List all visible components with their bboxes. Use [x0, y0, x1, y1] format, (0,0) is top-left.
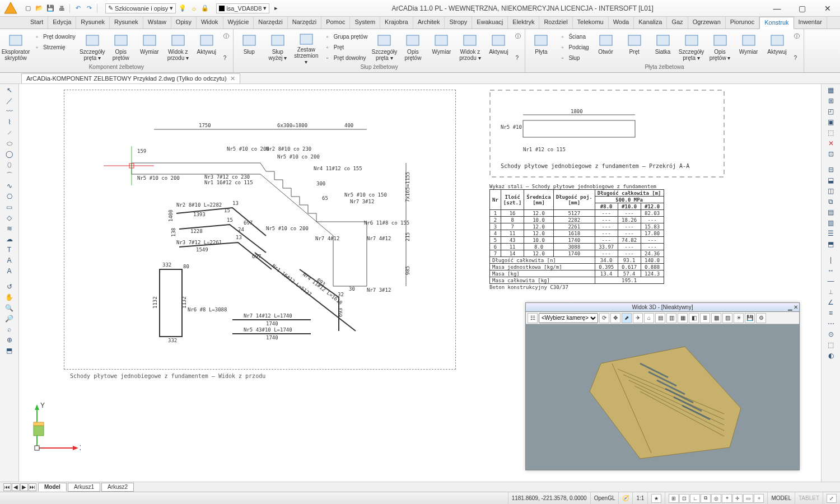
redo-icon[interactable]: ↷ — [85, 4, 94, 13]
left-tool-21[interactable]: 🔍 — [4, 303, 15, 313]
left-tool-12[interactable]: ◇ — [4, 213, 15, 223]
snap-btn-6[interactable]: ⌖ — [722, 494, 732, 503]
left-tool-7[interactable]: ⬯ — [4, 160, 15, 170]
view3d-opts-icon[interactable]: ⚙ — [756, 313, 766, 323]
left-tool-22[interactable]: 🔎 — [4, 314, 15, 324]
left-tool-8[interactable]: ⌒ — [4, 170, 15, 180]
view3d-min-icon[interactable]: ▁ — [788, 303, 792, 312]
right-tool-3[interactable]: ▣ — [826, 117, 836, 127]
ribbon-bigbtn[interactable]: Szczegółypręta ▾ — [678, 31, 705, 64]
left-tool-19[interactable]: ↺ — [4, 282, 15, 292]
right-tool-17[interactable]: | — [826, 255, 836, 265]
ribbon-tab-wyjście[interactable]: Wyjście — [223, 17, 254, 29]
ribbon-bigbtn[interactable]: Widok zprzodu ▾ — [456, 31, 483, 64]
right-tool-11[interactable]: ⧉ — [826, 197, 836, 207]
snap-btn-4[interactable]: ⧉ — [701, 494, 711, 503]
view3d-side-icon[interactable]: ▦ — [678, 313, 688, 323]
lock-icon[interactable]: 🔒 — [200, 4, 209, 13]
left-tool-2[interactable]: 〰 — [4, 106, 15, 116]
sheet-tab-arkusz1[interactable]: Arkusz1 — [68, 483, 100, 492]
snap-btn-7[interactable]: ✛ — [732, 494, 743, 503]
ribbon-tab-ogrzewanie[interactable]: Ogrzewan — [688, 17, 726, 29]
group-info-icon[interactable]: ⓘ — [514, 31, 522, 41]
right-tool-2[interactable]: ◰ — [826, 106, 836, 116]
left-tool-3[interactable]: ⌇ — [4, 117, 15, 127]
ribbon-bigbtn[interactable]: Siatka — [650, 31, 676, 64]
view3d-top-icon[interactable]: ▤ — [655, 313, 665, 323]
undo-icon[interactable]: ↶ — [73, 4, 82, 13]
ribbon-bigbtn[interactable]: Opisprętów — [399, 31, 426, 64]
ribbon-smallbtn[interactable]: ▫Strzemię — [31, 42, 77, 52]
view3d-pan-icon[interactable]: ✥ — [610, 313, 620, 323]
right-tool-25[interactable]: ⬚ — [826, 340, 836, 350]
ribbon-tab-konstrukcje[interactable]: Konstruk — [759, 17, 794, 29]
bulb-icon[interactable]: 💡 — [178, 4, 187, 13]
group-info-icon[interactable]: ⓘ — [222, 31, 231, 41]
ribbon-tab-wstaw[interactable]: Wstaw — [143, 17, 171, 29]
ribbon-tab-rozdzielnice[interactable]: Rozdziel — [539, 17, 572, 29]
minimize-button[interactable]: — — [764, 0, 790, 17]
ribbon-smallbtn[interactable]: ▫Ściana — [556, 31, 590, 41]
right-tool-18[interactable]: ↔ — [826, 265, 836, 276]
ribbon-tab-system[interactable]: System — [350, 17, 380, 29]
left-tool-13[interactable]: ≋ — [4, 223, 15, 234]
left-tool-1[interactable]: ／ — [4, 96, 15, 106]
ribbon-tab-start[interactable]: Start — [26, 17, 48, 29]
right-tool-21[interactable]: ∠ — [826, 297, 836, 307]
open-icon[interactable]: 📂 — [35, 4, 44, 13]
play-icon[interactable]: ▸ — [272, 4, 281, 13]
left-tool-5[interactable]: ⬭ — [4, 138, 15, 148]
snap-btn-9[interactable]: + — [754, 494, 764, 503]
right-tool-6[interactable]: ⊡ — [826, 149, 836, 159]
ribbon-tab-rysunek[interactable]: Rysunek — [76, 17, 110, 29]
ribbon-tab-inwentaryzacja[interactable]: Inwentar — [794, 17, 827, 29]
left-tool-17[interactable]: A — [4, 266, 15, 276]
group-help-icon[interactable]: ? — [514, 53, 522, 63]
left-tool-0[interactable]: ↖ — [4, 85, 15, 95]
left-tool-23[interactable]: ⌕ — [4, 324, 15, 334]
status-star-icon[interactable]: ★ — [651, 494, 661, 503]
ribbon-tab-narzędzia[interactable]: Narzędzi — [288, 17, 321, 29]
ribbon-tab-elektryka[interactable]: Elektryk — [508, 17, 539, 29]
view3d-iso-icon[interactable]: ◧ — [689, 313, 699, 323]
view3d-save-icon[interactable]: 💾 — [745, 313, 755, 323]
right-tool-0[interactable]: ▦ — [826, 85, 836, 95]
ribbon-bigbtn[interactable]: Szczegółypręta ▾ — [79, 31, 106, 64]
ribbon-tab-architekt[interactable]: Architek — [413, 17, 445, 29]
view3d-camera-select[interactable]: <Wybierz kamerę> — [539, 313, 598, 323]
ribbon-bigbtn[interactable]: Płyta — [528, 31, 554, 64]
ribbon-bigbtn[interactable]: Aktywuj — [193, 31, 220, 64]
right-tool-4[interactable]: ⬚ — [826, 128, 836, 138]
sheet-nav-first[interactable]: ⏮ — [3, 483, 11, 491]
right-tool-10[interactable]: ◫ — [826, 186, 836, 196]
right-tool-24[interactable]: ⊙ — [826, 329, 836, 339]
ribbon-bigbtn[interactable]: Wymiar — [428, 31, 455, 64]
right-tool-23[interactable]: ⋯ — [826, 319, 836, 329]
snap-btn-8[interactable]: ▭ — [743, 494, 753, 503]
ribbon-bigbtn[interactable]: Eksploratorskryptów — [2, 31, 29, 64]
save-icon[interactable]: 💾 — [46, 4, 55, 13]
right-tool-8[interactable]: ⊟ — [826, 165, 836, 175]
style-combo[interactable]: ✎ Szkicowanie i opisy ▾ — [105, 3, 176, 13]
view3d-walk-icon[interactable]: ⬈ — [622, 313, 632, 323]
snap-btn-1[interactable]: ⊞ — [669, 494, 679, 503]
close-tab-icon[interactable]: ✕ — [230, 75, 235, 82]
ribbon-tab-telekomunikacja[interactable]: Telekomu — [573, 17, 609, 29]
right-tool-9[interactable]: ⬓ — [826, 175, 836, 185]
left-tool-20[interactable]: ✋ — [4, 292, 15, 302]
ribbon-tab-kanalizacja[interactable]: Kanaliza — [634, 17, 667, 29]
ribbon-smallbtn[interactable]: ▫Słup — [556, 53, 590, 63]
ribbon-bigbtn[interactable]: Opisprętów — [108, 31, 134, 64]
left-tool-25[interactable]: ⬒ — [4, 346, 15, 356]
view3d-canvas[interactable] — [526, 324, 799, 470]
right-tool-26[interactable]: ◐ — [826, 351, 836, 361]
right-tool-19[interactable]: — — [826, 276, 836, 286]
view3d-render2-icon[interactable]: ▨ — [722, 313, 732, 323]
snap-btn-3[interactable]: ∟ — [690, 494, 700, 503]
right-tool-12[interactable]: ▤ — [826, 207, 836, 217]
status-compass-icon[interactable]: 🧭 — [618, 492, 632, 504]
layer-combo[interactable]: isa_VDA8D8 ▾ — [216, 3, 269, 13]
status-scale[interactable]: 1:1 — [632, 492, 647, 504]
ribbon-bigbtn[interactable]: Otwór — [592, 31, 619, 64]
sheet-nav-last[interactable]: ⏭ — [29, 483, 36, 491]
